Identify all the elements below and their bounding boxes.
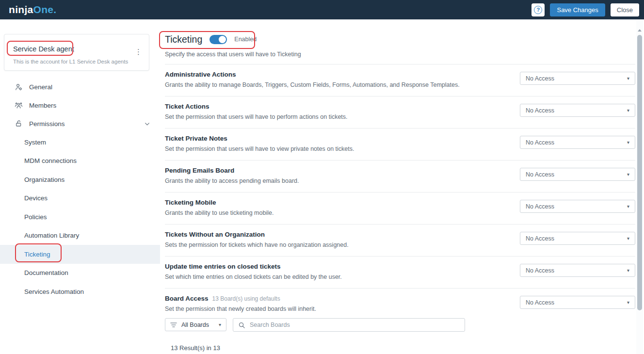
sidebar-item-general[interactable]: General bbox=[0, 78, 160, 96]
logo-text-blue: One. bbox=[33, 4, 57, 15]
main-content: Ticketing Enabled Specify the access tha… bbox=[160, 19, 635, 352]
permission-select[interactable]: No Access ▾ bbox=[520, 264, 635, 277]
close-button[interactable]: Close bbox=[611, 3, 639, 16]
board-access-title: Board Access bbox=[165, 295, 209, 302]
row-title: Pending Emails Board bbox=[165, 167, 299, 174]
permission-select[interactable]: No Access ▾ bbox=[520, 104, 635, 117]
row-description: Grants the ability to manage Boards, Tri… bbox=[165, 81, 460, 88]
toggle-state-label: Enabled bbox=[234, 36, 257, 43]
sidebar-subitem-label: Services Automation bbox=[24, 288, 84, 295]
page-subtitle: Specify the access that users will have … bbox=[165, 51, 635, 58]
row-description: Grants the ability to use ticketing mobi… bbox=[165, 209, 274, 216]
board-filter-label: All Boards bbox=[181, 322, 209, 328]
row-description: Set which time entries on closed tickets… bbox=[165, 274, 342, 280]
caret-down-icon: ▾ bbox=[627, 236, 629, 241]
sidebar-item-services-automation[interactable]: Services Automation bbox=[0, 282, 160, 301]
selected-value: No Access bbox=[526, 75, 554, 82]
permission-select[interactable]: No Access ▾ bbox=[520, 136, 635, 149]
sidebar-subitem-label: Devices bbox=[24, 194, 48, 202]
sidebar-item-permissions[interactable]: Permissions bbox=[0, 114, 160, 133]
page-title: Ticketing bbox=[165, 34, 202, 45]
help-icon: ? bbox=[534, 6, 542, 14]
sidebar-subitem-label: MDM connections bbox=[24, 157, 77, 164]
caret-down-icon: ▾ bbox=[627, 300, 629, 305]
sidebar-item-documentation[interactable]: Documentation bbox=[0, 264, 160, 283]
search-icon bbox=[238, 322, 245, 329]
caret-down-icon: ▾ bbox=[627, 204, 629, 209]
caret-down-icon: ▾ bbox=[627, 140, 629, 145]
unlock-icon bbox=[15, 120, 23, 128]
sidebar-item-automation-library[interactable]: Automation Library bbox=[0, 226, 160, 245]
row-title: Tickets Without an Organization bbox=[165, 231, 349, 238]
vertical-scrollbar-track[interactable] bbox=[636, 20, 643, 354]
sidebar-item-ticketing[interactable]: Ticketing bbox=[0, 245, 160, 264]
row-ticket-private-notes: Ticket Private Notes Set the permission … bbox=[165, 129, 635, 161]
ticketing-header: Ticketing Enabled Specify the access tha… bbox=[165, 19, 635, 64]
sidebar-item-organizations[interactable]: Organizations bbox=[0, 170, 160, 189]
toggle-knob bbox=[219, 36, 226, 43]
board-defaults-badge: 13 Board(s) using defaults bbox=[212, 295, 280, 302]
filter-icon bbox=[170, 322, 177, 328]
board-tools: All Boards ▾ bbox=[165, 318, 635, 332]
row-tickets-without-organization: Tickets Without an Organization Sets the… bbox=[165, 225, 635, 257]
sidebar-item-label: Permissions bbox=[29, 120, 65, 128]
sidebar-item-mdm-connections[interactable]: MDM connections bbox=[0, 152, 160, 171]
row-title: Ticketing Mobile bbox=[165, 199, 274, 206]
board-search-box bbox=[233, 318, 465, 332]
board-filter-select[interactable]: All Boards ▾ bbox=[165, 318, 226, 331]
caret-down-icon: ▾ bbox=[627, 76, 629, 81]
permission-select[interactable]: No Access ▾ bbox=[520, 72, 635, 85]
scroll-up-arrow-icon[interactable] bbox=[638, 29, 642, 32]
account-name: Service Desk agent bbox=[13, 45, 74, 53]
row-board-access: Board Access13 Board(s) using defaults S… bbox=[165, 289, 635, 312]
sidebar: Service Desk agent This is the account f… bbox=[0, 19, 160, 354]
row-update-time-entries: Update time entries on closed tickets Se… bbox=[165, 257, 635, 289]
vertical-scrollbar-thumb[interactable] bbox=[637, 35, 642, 310]
sidebar-item-members[interactable]: Members bbox=[0, 96, 160, 114]
save-changes-button[interactable]: Save Changes bbox=[550, 3, 605, 16]
sidebar-item-policies[interactable]: Policies bbox=[0, 208, 160, 226]
logo-text-white: ninja bbox=[9, 4, 33, 15]
row-description: Set the permission that users will have … bbox=[165, 145, 354, 152]
row-ticketing-mobile: Ticketing Mobile Grants the ability to u… bbox=[165, 193, 635, 225]
row-administrative-actions: Administrative Actions Grants the abilit… bbox=[165, 64, 635, 97]
row-description: Grants the ability to access pending ema… bbox=[165, 177, 299, 184]
selected-value: No Access bbox=[526, 107, 554, 114]
permission-select[interactable]: No Access ▾ bbox=[520, 168, 635, 181]
permission-select[interactable]: No Access ▾ bbox=[520, 200, 635, 213]
user-gear-icon bbox=[15, 83, 23, 91]
ticketing-toggle[interactable] bbox=[209, 35, 227, 44]
sidebar-subitem-label: Policies bbox=[24, 213, 47, 221]
selected-value: No Access bbox=[526, 235, 554, 242]
sidebar-subitem-label: Documentation bbox=[24, 269, 68, 276]
row-title: Board Access13 Board(s) using defaults bbox=[165, 295, 316, 302]
selected-value: No Access bbox=[526, 203, 554, 210]
sidebar-item-system[interactable]: System bbox=[0, 133, 160, 152]
ninjaone-logo: ninjaOne. bbox=[9, 4, 56, 16]
sidebar-subitem-label: Ticketing bbox=[24, 251, 50, 258]
caret-down-icon: ▾ bbox=[219, 322, 221, 327]
row-title: Ticket Private Notes bbox=[165, 135, 354, 142]
account-card: Service Desk agent This is the account f… bbox=[4, 34, 149, 71]
row-pending-emails-board: Pending Emails Board Grants the ability … bbox=[165, 161, 635, 193]
selected-value: No Access bbox=[526, 299, 554, 306]
permission-select[interactable]: No Access ▾ bbox=[520, 296, 635, 309]
selected-value: No Access bbox=[526, 139, 554, 146]
sidebar-item-label: General bbox=[29, 83, 52, 91]
row-title: Update time entries on closed tickets bbox=[165, 263, 342, 270]
board-search-input[interactable] bbox=[250, 322, 460, 328]
help-button[interactable]: ? bbox=[531, 3, 545, 16]
row-title: Administrative Actions bbox=[165, 71, 460, 78]
sidebar-item-label: Members bbox=[29, 102, 56, 109]
kebab-menu-icon[interactable]: ⋮ bbox=[135, 48, 142, 55]
account-description: This is the account for L1 Service Desk … bbox=[13, 59, 128, 64]
topbar-actions: ? Save Changes Close bbox=[531, 3, 639, 16]
sidebar-item-devices[interactable]: Devices bbox=[0, 189, 160, 208]
sidebar-subitem-label: Automation Library bbox=[24, 232, 79, 239]
permission-select[interactable]: No Access ▾ bbox=[520, 232, 635, 245]
selected-value: No Access bbox=[526, 171, 554, 178]
sidebar-subitem-label: Organizations bbox=[24, 176, 64, 183]
row-description: Sets the permission for tickets which ha… bbox=[165, 241, 349, 248]
row-ticket-actions: Ticket Actions Set the permission that u… bbox=[165, 97, 635, 129]
row-description: Set the permission that users will have … bbox=[165, 113, 348, 120]
